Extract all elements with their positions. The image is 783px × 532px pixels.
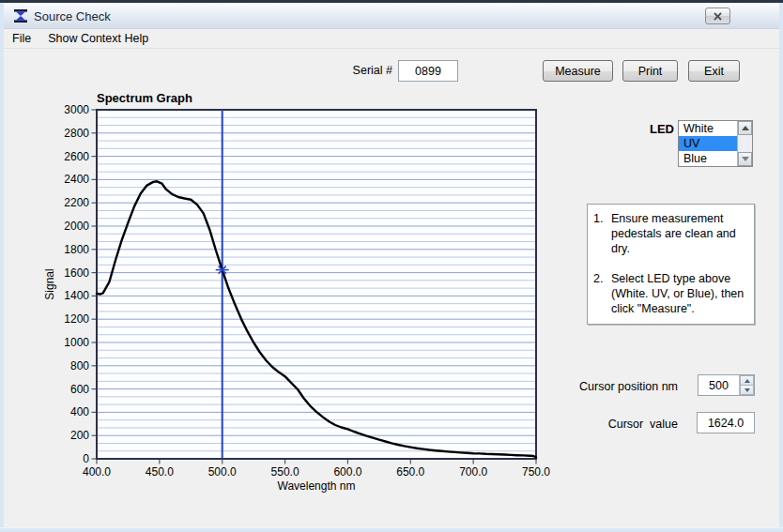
window-frame-left [0, 3, 4, 532]
serial-input[interactable] [398, 60, 458, 82]
y-tick-label: 1200 [64, 312, 89, 326]
x-tick-label: 750.0 [522, 465, 550, 479]
x-tick-label: 500.0 [208, 465, 237, 479]
led-scrollbar[interactable] [737, 121, 752, 166]
menu-file[interactable]: File [4, 29, 39, 49]
serial-label: Serial # [329, 64, 392, 77]
cursor-value-field [697, 412, 755, 433]
y-tick-label: 2600 [64, 150, 89, 163]
y-tick-label: 400 [70, 405, 89, 418]
menu-show-context-help[interactable]: Show Context Help [39, 29, 157, 49]
y-tick-label: 0 [83, 452, 89, 465]
instruction-number: 1. [593, 211, 611, 256]
plot-area [97, 110, 536, 459]
window-frame-bottom [0, 527, 783, 532]
y-tick-label: 3000 [64, 103, 89, 116]
instruction-text: Ensure measurement pedestals are clean a… [611, 211, 736, 256]
cursor-value-label: Cursor value [563, 418, 678, 431]
scroll-down-button[interactable] [738, 152, 752, 166]
title-bar[interactable]: Source Check [4, 3, 779, 29]
window-frame-right [779, 3, 783, 532]
led-listbox: WhiteUVBlue [678, 120, 753, 167]
cursor-position-spinbox [698, 374, 755, 396]
y-tick-label: 2400 [64, 173, 89, 186]
x-axis-label: Wavelength nm [278, 479, 356, 493]
close-button[interactable] [705, 8, 730, 24]
y-tick-label: 1600 [64, 266, 89, 280]
arrow-up-icon [742, 126, 749, 130]
scroll-up-button[interactable] [738, 121, 752, 135]
cursor-position-input[interactable] [699, 375, 739, 395]
y-tick-label: 800 [70, 359, 89, 372]
x-tick-label: 700.0 [459, 465, 487, 479]
close-icon [714, 12, 722, 21]
y-tick-label: 2000 [64, 220, 89, 233]
x-tick-label: 400.0 [83, 465, 111, 479]
y-tick-label: 1400 [64, 289, 89, 302]
print-button[interactable]: Print [622, 60, 678, 82]
app-window: Source Check File Show Context Help Seri… [0, 0, 783, 532]
y-tick-label: 600 [70, 383, 89, 396]
instruction-item: 1.Ensure measurement pedestals are clean… [593, 211, 750, 256]
y-axis-label: Signal [43, 268, 56, 299]
spectrum-chart[interactable]: 0200400600800100012001400160018002000220… [38, 89, 556, 502]
instruction-text: Select LED type above (White. UV, or Blu… [611, 271, 744, 316]
instructions-box: 1.Ensure measurement pedestals are clean… [587, 204, 755, 325]
menu-bar: File Show Context Help [4, 29, 779, 49]
y-tick-label: 200 [70, 429, 89, 442]
y-tick-label: 1000 [64, 336, 89, 349]
y-tick-label: 2200 [64, 196, 89, 209]
spin-down-button[interactable] [740, 385, 754, 395]
cursor-position-spinner [739, 375, 754, 395]
led-option-blue[interactable]: Blue [679, 151, 737, 166]
led-option-uv[interactable]: UV [679, 136, 737, 151]
measure-button[interactable]: Measure [543, 60, 613, 82]
window-title: Source Check [34, 9, 111, 23]
app-icon [13, 8, 28, 23]
exit-button[interactable]: Exit [688, 60, 740, 82]
x-tick-label: 450.0 [146, 465, 174, 479]
y-tick-label: 2800 [64, 127, 89, 140]
chart-title: Spectrum Graph [97, 91, 192, 105]
instruction-item: 2.Select LED type above (White. UV, or B… [593, 271, 750, 316]
x-tick-label: 650.0 [396, 465, 424, 479]
instruction-number: 2. [593, 271, 611, 316]
x-tick-label: 550.0 [271, 465, 299, 479]
led-option-white[interactable]: White [679, 121, 737, 136]
spin-up-button[interactable] [740, 375, 754, 385]
arrow-down-icon [742, 157, 749, 161]
led-label: LED [650, 122, 674, 136]
cursor-position-label: Cursor position nm [545, 380, 678, 393]
y-tick-label: 1800 [64, 243, 89, 256]
spin-up-icon [745, 379, 750, 383]
spin-down-icon [745, 388, 750, 392]
x-tick-label: 600.0 [333, 465, 361, 479]
led-option-list: WhiteUVBlue [679, 121, 737, 166]
